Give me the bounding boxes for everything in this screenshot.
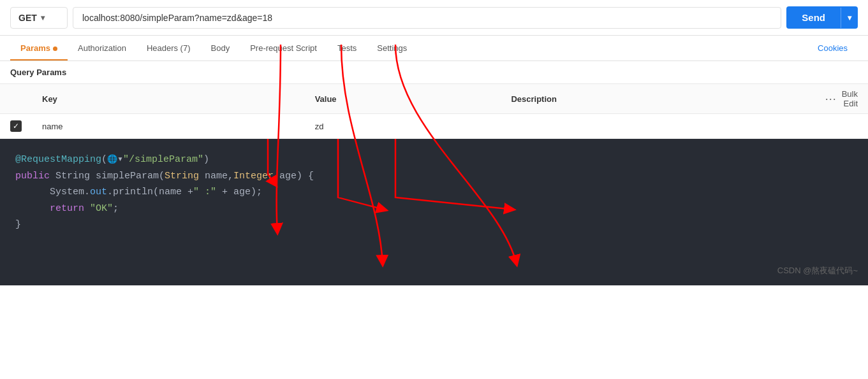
watermark: CSDN @熬夜磕代码~ — [777, 264, 858, 278]
row-value-value: zd — [315, 122, 324, 131]
table-row: ✓ name zd — [0, 114, 868, 139]
row-description-cell[interactable] — [501, 114, 814, 139]
params-dot-indicator — [53, 46, 57, 51]
tab-params[interactable]: Params — [10, 36, 68, 61]
col-header-check — [0, 84, 32, 114]
checkbox-checked-icon[interactable]: ✓ — [10, 120, 22, 132]
url-input[interactable] — [73, 7, 781, 29]
tab-authorization-label: Authorization — [78, 43, 126, 53]
tab-authorization[interactable]: Authorization — [68, 36, 136, 61]
code-line-4: return "OK" ; — [15, 201, 853, 217]
tab-params-label: Params — [20, 43, 50, 53]
row-key-cell[interactable]: name — [32, 114, 305, 139]
row-actions-cell — [815, 114, 868, 139]
method-label: GET — [18, 13, 37, 23]
code-line-1: @RequestMapping ( 🌐 ▾ "/simpleParam" ) — [15, 152, 853, 168]
method-select[interactable]: GET ▾ — [10, 7, 68, 29]
tab-tests[interactable]: Tests — [327, 36, 367, 61]
row-key-value: name — [42, 122, 63, 131]
tab-settings-label: Settings — [377, 43, 407, 53]
code-panel: @RequestMapping ( 🌐 ▾ "/simpleParam" ) p… — [0, 139, 868, 285]
params-table: Key Value Description ··· Bulk Edit ✓ na… — [0, 83, 868, 139]
row-checkbox-cell[interactable]: ✓ — [0, 114, 32, 139]
query-params-section-header: Query Params — [0, 61, 868, 83]
code-line-2: public String simpleParam( String name, … — [15, 168, 853, 185]
row-value-cell[interactable]: zd — [305, 114, 501, 139]
code-line-3: System. out .println(name + " :" + age); — [15, 184, 853, 201]
tab-headers-label: Headers (7) — [147, 43, 191, 53]
col-header-value: Value — [305, 84, 501, 114]
col-header-bulk-edit: ··· Bulk Edit — [815, 84, 868, 114]
tab-prerequest-label: Pre-request Script — [250, 43, 317, 53]
send-button[interactable]: Send ▾ — [786, 6, 858, 29]
code-line-5: } — [15, 217, 853, 233]
more-options-icon[interactable]: ··· — [825, 92, 837, 106]
tab-prerequest[interactable]: Pre-request Script — [240, 36, 327, 61]
method-chevron-icon: ▾ — [41, 13, 45, 22]
code-annotation: @RequestMapping — [15, 152, 101, 168]
tab-body[interactable]: Body — [201, 36, 240, 61]
tabs-bar: Params Authorization Headers (7) Body Pr… — [0, 36, 868, 61]
tab-tests-label: Tests — [337, 43, 357, 53]
send-label: Send — [786, 6, 841, 29]
code-path: "/simpleParam" — [123, 152, 203, 168]
bulk-edit-label[interactable]: Bulk Edit — [842, 89, 858, 108]
section-header-label: Query Params — [10, 68, 66, 77]
cookies-link[interactable]: Cookies — [807, 36, 858, 61]
globe-icon: 🌐 — [107, 153, 117, 167]
cookies-label: Cookies — [818, 43, 848, 53]
tab-settings[interactable]: Settings — [367, 36, 417, 61]
tab-headers[interactable]: Headers (7) — [136, 36, 201, 61]
tab-body-label: Body — [211, 43, 230, 53]
col-header-description: Description — [501, 84, 814, 114]
send-chevron-icon[interactable]: ▾ — [841, 8, 858, 28]
url-bar: GET ▾ Send ▾ — [0, 0, 868, 36]
col-header-key: Key — [32, 84, 305, 114]
